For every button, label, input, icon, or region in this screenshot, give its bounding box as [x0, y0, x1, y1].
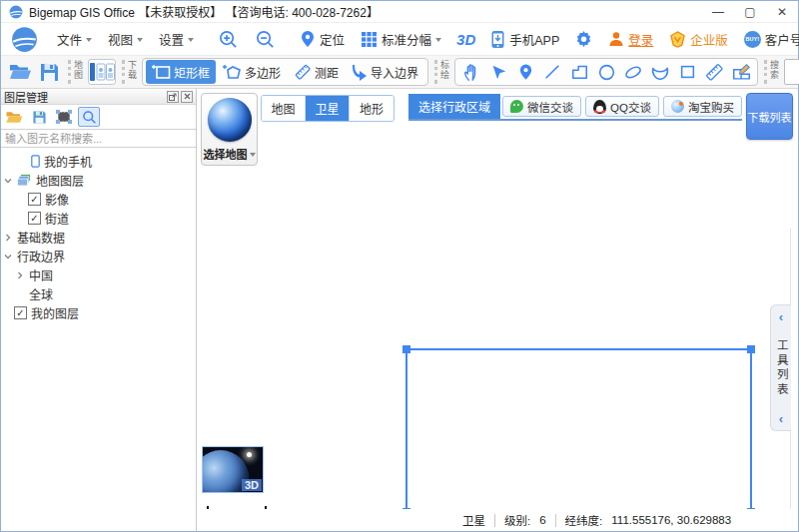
taobao-buy-button[interactable]: 淘宝购买	[663, 96, 742, 117]
chevron-right-icon[interactable]	[3, 233, 13, 243]
chevron-down-icon[interactable]	[3, 252, 13, 262]
tree-item-streets[interactable]: ✓ 街道	[1, 209, 196, 228]
standard-sheet-button[interactable]: 标准分幅	[354, 26, 448, 53]
draw-ellipse-tool[interactable]	[620, 59, 646, 85]
pan-hand-tool[interactable]	[458, 59, 484, 85]
tree-item-base-data[interactable]: 基础数据	[1, 228, 196, 247]
tree-item-my-phone[interactable]: 我的手机	[1, 152, 196, 171]
menu-view[interactable]: 视图	[101, 26, 150, 53]
resize-handle-top-right[interactable]	[747, 345, 755, 353]
earth-3d-thumbnail[interactable]: 3D	[202, 446, 264, 493]
status-coord-label: 经纬度:	[565, 512, 603, 528]
chevron-right-icon[interactable]	[15, 270, 25, 280]
split-view-button[interactable]	[88, 59, 116, 85]
qq-chat-button[interactable]: QQ交谈	[585, 96, 659, 117]
tab-satellite[interactable]: 卫星	[306, 96, 350, 121]
login-button[interactable]: 登录	[601, 26, 660, 53]
separator	[494, 514, 495, 527]
draw-polygon-tool[interactable]	[566, 59, 592, 85]
minimize-button[interactable]: —	[702, 1, 734, 23]
folder-open-icon	[8, 62, 32, 82]
layer-panel-title: 图层管理	[4, 89, 48, 105]
title-bar: Bigemap GIS Office 【未获取授权】 【咨询电话: 400-02…	[1, 1, 798, 23]
rect-frame-tool[interactable]: 矩形框	[146, 60, 216, 84]
locate-label: 定位	[320, 30, 345, 49]
main-toolbar: 地图 下载 矩形框 多边形	[1, 56, 798, 89]
draw-curve-tool[interactable]	[647, 59, 673, 85]
thumbnail-3d-badge: 3D	[242, 479, 262, 491]
tab-terrain[interactable]: 地形	[350, 96, 394, 121]
tab-map[interactable]: 地图	[262, 96, 306, 121]
status-bar: 卫星 级别: 6 经纬度: 111.555176, 30.629883	[197, 509, 798, 531]
customer-id-button[interactable]: BUY! 客户号	[737, 26, 799, 53]
draw-rectangle-tool[interactable]	[674, 59, 700, 85]
settings-gear-button[interactable]	[568, 27, 599, 52]
checkbox-checked[interactable]: ✓	[28, 212, 41, 225]
separator	[555, 514, 556, 527]
download-selection-rectangle[interactable]	[405, 348, 752, 513]
enterprise-button[interactable]: 企业版	[662, 26, 735, 53]
qq-label: QQ交谈	[610, 99, 651, 115]
toolbar-search-input[interactable]	[784, 59, 799, 85]
layer-save-button[interactable]	[28, 107, 50, 127]
tree-label: 街道	[45, 210, 69, 227]
draw-tools-group	[454, 58, 758, 86]
marquee-select-icon	[56, 110, 72, 124]
tree-item-imagery[interactable]: ✓ 影像	[1, 190, 196, 209]
tree-item-china[interactable]: 中国	[1, 266, 196, 284]
save-button[interactable]	[36, 59, 62, 85]
group-label-search: 搜索	[764, 60, 778, 84]
grid-icon	[361, 31, 378, 48]
map-type-tabs: 地图 卫星 地形	[261, 95, 395, 122]
layer-open-button[interactable]	[3, 107, 25, 127]
draw-circle-tool[interactable]	[593, 59, 619, 85]
select-region-button[interactable]: 选择行政区域	[408, 94, 500, 119]
draw-line-tool[interactable]	[539, 59, 565, 85]
resize-handle-top-left[interactable]	[402, 345, 410, 353]
tree-item-map-layers[interactable]: 地图图层	[1, 171, 196, 190]
tree-item-global[interactable]: 全球	[1, 284, 196, 303]
measure-ruler-tool[interactable]	[701, 59, 727, 85]
checkbox-checked[interactable]: ✓	[14, 306, 27, 319]
locate-button[interactable]: 定位	[293, 26, 352, 53]
phone-icon	[490, 30, 505, 49]
checkbox-checked[interactable]: ✓	[28, 193, 41, 206]
zoom-in-button[interactable]	[211, 25, 246, 54]
maximize-button[interactable]: ▢	[734, 1, 766, 23]
zoom-out-button[interactable]	[248, 25, 283, 54]
hand-icon	[461, 62, 481, 82]
select-map-button[interactable]: 选择地图	[201, 93, 258, 166]
annotate-area-tool[interactable]	[728, 59, 754, 85]
close-button[interactable]: ✕	[766, 1, 798, 23]
buy-badge-icon: BUY!	[744, 31, 761, 48]
threed-button[interactable]: 3D	[450, 31, 481, 48]
chevron-down-icon[interactable]	[3, 176, 13, 186]
panel-close-button[interactable]	[181, 91, 193, 103]
open-file-button[interactable]	[7, 59, 33, 85]
import-boundary-tool[interactable]: 导入边界	[346, 60, 424, 84]
select-cursor-tool[interactable]	[485, 59, 511, 85]
select-map-label: 选择地图	[204, 146, 248, 162]
import-arrow-icon	[352, 64, 368, 81]
map-canvas[interactable]: 选择地图 地图 卫星 地形 选择行政区域 微信交谈	[197, 89, 798, 531]
phone-app-button[interactable]: 手机APP	[483, 26, 566, 53]
save-icon	[39, 62, 60, 83]
place-pin-tool[interactable]	[512, 59, 538, 85]
layer-search-input[interactable]	[1, 129, 196, 148]
layer-search-button[interactable]	[78, 107, 100, 127]
measure-distance-tool[interactable]: 测距	[288, 60, 345, 84]
tree-item-admin-boundary[interactable]: 行政边界	[1, 247, 196, 266]
polygon-tool[interactable]: 多边形	[217, 60, 287, 84]
panel-float-button[interactable]	[167, 91, 179, 103]
download-list-button[interactable]: 下载列表	[746, 93, 793, 140]
gear-icon	[575, 31, 592, 48]
tree-item-my-layers[interactable]: ✓ 我的图层	[1, 303, 196, 322]
tree-label: 行政边界	[17, 248, 65, 265]
layer-select-button[interactable]	[53, 107, 75, 127]
menu-file[interactable]: 文件	[50, 26, 99, 53]
menu-settings[interactable]: 设置	[152, 26, 201, 53]
tool-list-tab[interactable]: ‹ 工具列表 ‹	[770, 304, 791, 431]
wechat-chat-button[interactable]: 微信交谈	[502, 96, 581, 117]
map-pin-icon	[300, 30, 316, 48]
window-title: Bigemap GIS Office 【未获取授权】 【咨询电话: 400-02…	[29, 3, 379, 20]
